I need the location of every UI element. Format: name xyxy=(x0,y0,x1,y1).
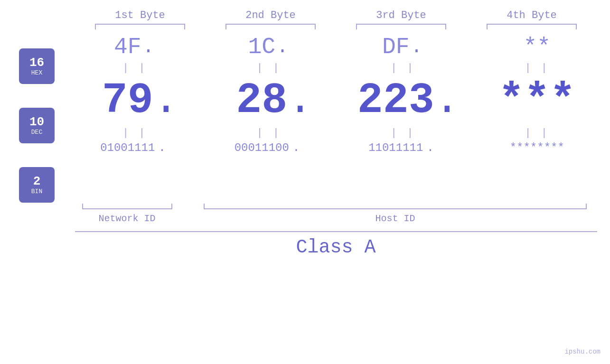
bottom-bracket-net xyxy=(82,204,172,209)
dot-bin-2: . xyxy=(289,141,303,154)
hex-value-4: ** xyxy=(523,34,551,60)
dec-badge: 10 DEC xyxy=(19,108,55,143)
dot-hex-1: . xyxy=(141,37,156,58)
bracket-byte3 xyxy=(356,24,446,29)
dec-value-2: 28 xyxy=(236,76,287,125)
top-bracket-row xyxy=(75,24,597,29)
bin-value-3: 11011111 xyxy=(368,141,423,154)
bracket-byte2 xyxy=(225,24,316,29)
hex-value-2: 1C xyxy=(248,34,275,60)
dec-cell-1: 79 . xyxy=(83,76,187,125)
bottom-section: Network ID Host ID Class A xyxy=(75,204,597,258)
bin-cell-4: ******** xyxy=(485,141,589,154)
bracket-byte4 xyxy=(487,24,577,29)
dot-dec-3: . xyxy=(434,79,449,122)
byte3-label: 3rd Byte xyxy=(349,9,453,21)
bin-value-1: 01001111 xyxy=(100,141,155,154)
dec-badge-label: DEC xyxy=(31,129,42,136)
byte1-label: 1st Byte xyxy=(88,9,192,21)
bin-cell-3: 11011111 . xyxy=(351,141,455,154)
class-line xyxy=(75,231,597,232)
dec-badge-number: 10 xyxy=(29,115,44,129)
network-id-label: Network ID xyxy=(98,213,155,224)
bracket-net-wrapper xyxy=(75,204,179,209)
values-grid: 4F . 1C . DF . ** | | | | | | xyxy=(68,34,604,154)
host-id-label: Host ID xyxy=(375,213,415,224)
byte2-label: 2nd Byte xyxy=(218,9,323,21)
host-id-label-wrapper: Host ID xyxy=(194,213,597,224)
byte4-label: 4th Byte xyxy=(479,9,584,21)
hex-value-1: 4F xyxy=(114,34,141,60)
dot-dec-2: . xyxy=(287,79,301,122)
content-area: 16 HEX 10 DEC 2 BIN 4F . 1C xyxy=(6,34,604,203)
hex-row: 4F . 1C . DF . ** xyxy=(68,34,604,60)
bin-value-2: 00011100 xyxy=(235,141,289,154)
equals-8: | | xyxy=(485,127,589,139)
equals-row-2: | | | | | | | | xyxy=(68,127,604,139)
hex-cell-4: ** xyxy=(485,34,589,60)
bracket-byte1 xyxy=(95,24,185,29)
hex-cell-2: 1C . xyxy=(216,34,321,60)
bin-badge-label: BIN xyxy=(31,188,42,195)
main-container: 1st Byte 2nd Byte 3rd Byte 4th Byte 16 H… xyxy=(0,0,610,364)
dot-bin-3: . xyxy=(423,141,437,154)
equals-5: | | xyxy=(83,127,187,139)
hex-cell-1: 4F . xyxy=(83,34,187,60)
network-id-label-wrapper: Network ID xyxy=(75,213,179,224)
bin-badge-number: 2 xyxy=(33,175,41,188)
hex-value-3: DF xyxy=(382,34,410,60)
hex-cell-3: DF . xyxy=(351,34,455,60)
dot-bin-1: . xyxy=(155,141,169,154)
hex-badge: 16 HEX xyxy=(19,48,55,84)
equals-6: | | xyxy=(216,127,321,139)
bin-row: 01001111 . 00011100 . 11011111 . *******… xyxy=(68,141,604,154)
dec-value-1: 79 xyxy=(102,76,153,125)
class-label-wrapper: Class A xyxy=(75,237,597,258)
dot-dec-1: . xyxy=(153,79,168,122)
equals-7: | | xyxy=(351,127,455,139)
class-label: Class A xyxy=(296,237,375,258)
equals-4: | | xyxy=(485,62,589,74)
bin-badge: 2 BIN xyxy=(19,167,55,203)
dec-cell-3: 223 . xyxy=(351,76,455,125)
dot-hex-2: . xyxy=(275,37,290,58)
equals-2: | | xyxy=(216,62,321,74)
dec-value-3: 223 xyxy=(357,76,434,125)
bin-cell-1: 01001111 . xyxy=(83,141,187,154)
header-row: 1st Byte 2nd Byte 3rd Byte 4th Byte xyxy=(75,9,597,21)
dec-row: 79 . 28 . 223 . *** xyxy=(68,76,604,125)
labels-row: Network ID Host ID xyxy=(75,213,597,224)
equals-row-1: | | | | | | | | xyxy=(68,62,604,74)
dec-cell-4: *** xyxy=(485,76,589,125)
dot-hex-3: . xyxy=(410,37,424,58)
dec-cell-2: 28 . xyxy=(216,76,321,125)
bottom-bracket-row xyxy=(75,204,597,209)
bracket-host-wrapper xyxy=(194,204,597,209)
hex-badge-label: HEX xyxy=(31,69,42,76)
hex-badge-number: 16 xyxy=(29,56,44,70)
bin-value-4: ******** xyxy=(510,141,564,154)
badges-column: 16 HEX 10 DEC 2 BIN xyxy=(6,34,68,203)
bin-cell-2: 00011100 . xyxy=(216,141,321,154)
bottom-bracket-host xyxy=(204,204,587,209)
equals-1: | | xyxy=(83,62,187,74)
dec-value-4: *** xyxy=(498,76,575,125)
equals-3: | | xyxy=(351,62,455,74)
watermark: ipshu.com xyxy=(564,348,601,355)
